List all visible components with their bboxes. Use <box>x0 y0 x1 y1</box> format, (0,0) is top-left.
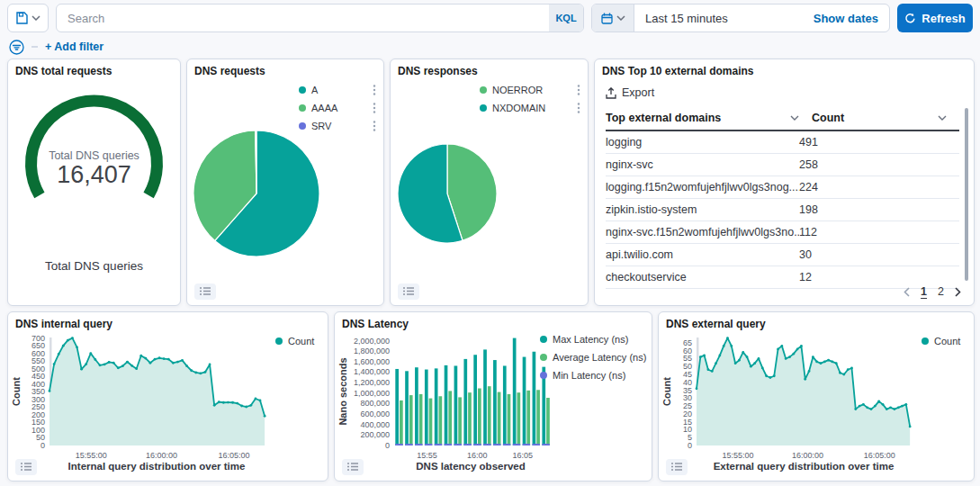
gauge-bottom-label: Total DNS queries <box>8 259 180 273</box>
bar-avg-latency[interactable] <box>478 389 481 446</box>
next-page-icon[interactable] <box>955 287 961 297</box>
show-dates-link[interactable]: Show dates <box>814 12 889 25</box>
bar-avg-latency[interactable] <box>488 386 491 446</box>
bar-min-latency[interactable] <box>493 444 500 446</box>
bar-avg-latency[interactable] <box>448 391 452 446</box>
bar-min-latency[interactable] <box>542 444 549 446</box>
bar-avg-latency[interactable] <box>429 399 433 446</box>
bar-max-latency[interactable] <box>473 355 477 446</box>
column-header-domains[interactable]: Top external domains <box>606 112 812 124</box>
data-point <box>204 371 207 374</box>
table-scrollbar[interactable] <box>965 108 968 281</box>
bar-max-latency[interactable] <box>463 359 467 446</box>
legend-item[interactable]: NOERROR <box>480 83 580 97</box>
legend-toggle-button[interactable] <box>194 284 216 300</box>
bar-max-latency[interactable] <box>445 365 448 446</box>
legend-item[interactable]: NXDOMAIN <box>480 101 580 115</box>
area-chart[interactable]: Count05010015020025030035040045050055060… <box>10 332 274 467</box>
legend-item[interactable]: Count <box>922 334 967 348</box>
time-range-value[interactable]: Last 15 minutes <box>634 12 814 25</box>
filter-icon[interactable] <box>9 40 24 55</box>
bar-min-latency[interactable] <box>473 444 481 446</box>
bar-max-latency[interactable] <box>435 368 438 446</box>
gauge-value: 16,407 <box>8 161 180 189</box>
legend-item[interactable]: Average Latency (ns) <box>540 350 646 364</box>
data-point <box>139 355 142 357</box>
bar-avg-latency[interactable] <box>536 390 540 446</box>
bar-max-latency[interactable] <box>454 365 458 446</box>
legend-item[interactable]: Count <box>275 334 320 348</box>
page-number-1[interactable]: 1 <box>921 285 927 298</box>
legend-actions-menu-icon[interactable] <box>577 102 580 114</box>
date-picker-calendar-button[interactable] <box>592 4 634 32</box>
bar-min-latency[interactable] <box>435 444 442 446</box>
bar-min-latency[interactable] <box>445 444 452 446</box>
bar-max-latency[interactable] <box>493 360 497 446</box>
bar-avg-latency[interactable] <box>546 398 550 446</box>
previous-page-icon[interactable] <box>904 287 910 297</box>
chevron-down-icon <box>790 115 799 121</box>
bar-chart[interactable]: Nano seconds0200,000400,000600,000800,00… <box>337 332 556 467</box>
data-point <box>149 362 152 364</box>
bar-max-latency[interactable] <box>395 369 399 446</box>
legend-item[interactable]: AAAA <box>299 101 376 115</box>
bar-max-latency[interactable] <box>503 365 507 446</box>
legend-toggle-button[interactable] <box>398 284 419 300</box>
bar-min-latency[interactable] <box>425 444 432 446</box>
bar-min-latency[interactable] <box>503 444 510 446</box>
bar-min-latency[interactable] <box>463 444 471 446</box>
bar-max-latency[interactable] <box>523 357 526 446</box>
legend-actions-menu-icon[interactable] <box>373 102 376 114</box>
bar-avg-latency[interactable] <box>468 392 472 446</box>
bar-avg-latency[interactable] <box>517 392 521 446</box>
pie-chart[interactable] <box>396 142 499 245</box>
data-point <box>715 362 717 364</box>
legend-actions-menu-icon[interactable] <box>373 120 376 132</box>
add-filter-link[interactable]: + Add filter <box>45 40 103 53</box>
page-number-2[interactable]: 2 <box>938 285 944 298</box>
bar-min-latency[interactable] <box>405 444 412 446</box>
y-tick: 1,200,000 <box>354 378 390 387</box>
data-point <box>172 362 175 364</box>
bar-min-latency[interactable] <box>415 444 422 446</box>
bar-max-latency[interactable] <box>415 367 418 446</box>
refresh-button[interactable]: Refresh <box>897 4 973 32</box>
bar-avg-latency[interactable] <box>419 394 423 446</box>
bar-avg-latency[interactable] <box>498 392 501 446</box>
bar-avg-latency[interactable] <box>458 397 462 446</box>
pie-chart[interactable] <box>192 129 321 258</box>
search-input[interactable]: Search KQL <box>56 4 584 32</box>
column-header-count[interactable]: Count <box>812 112 959 124</box>
legend-actions-menu-icon[interactable] <box>577 84 580 96</box>
bar-min-latency[interactable] <box>483 444 490 446</box>
legend-toggle-button[interactable] <box>342 459 364 475</box>
bar-min-latency[interactable] <box>395 444 402 446</box>
export-button[interactable]: Export <box>606 86 654 99</box>
bar-max-latency[interactable] <box>483 349 487 446</box>
bar-min-latency[interactable] <box>523 444 530 446</box>
data-point <box>236 402 238 405</box>
panel-title: DNS total requests <box>15 65 112 77</box>
bar-max-latency[interactable] <box>405 371 409 446</box>
legend-toggle-button[interactable] <box>15 459 37 475</box>
bar-max-latency[interactable] <box>533 352 536 446</box>
legend-item[interactable]: Min Latency (ns) <box>540 368 646 382</box>
legend-toggle-button[interactable] <box>666 459 688 475</box>
data-point <box>718 355 721 357</box>
legend-item[interactable]: Max Latency (ns) <box>540 332 646 346</box>
area-chart[interactable]: Count0510152025303540455055606515:55:001… <box>661 332 920 467</box>
bar-avg-latency[interactable] <box>526 391 530 446</box>
legend-actions-menu-icon[interactable] <box>373 84 376 96</box>
bar-min-latency[interactable] <box>513 444 520 446</box>
bar-min-latency[interactable] <box>533 444 540 446</box>
bar-avg-latency[interactable] <box>409 395 413 446</box>
bar-avg-latency[interactable] <box>400 400 403 446</box>
bar-max-latency[interactable] <box>425 370 428 446</box>
bar-max-latency[interactable] <box>513 338 517 446</box>
kql-button[interactable]: KQL <box>549 4 583 32</box>
bar-avg-latency[interactable] <box>508 394 511 446</box>
bar-avg-latency[interactable] <box>439 396 443 446</box>
legend-item[interactable]: A <box>299 83 376 97</box>
bar-min-latency[interactable] <box>454 444 462 446</box>
saved-query-menu-button[interactable] <box>7 4 49 32</box>
